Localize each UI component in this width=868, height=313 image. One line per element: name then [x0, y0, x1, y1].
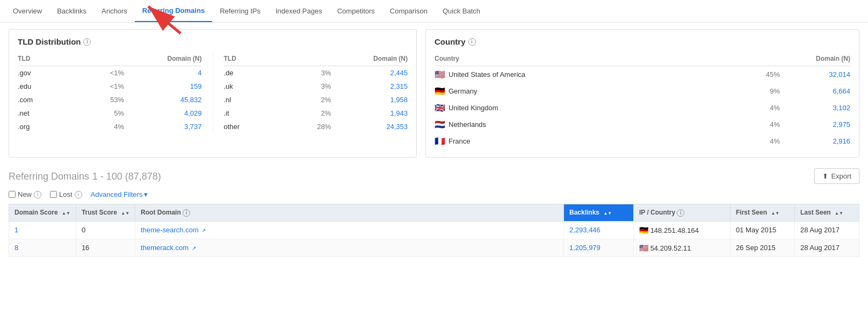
country-info-icon[interactable]: i [468, 38, 476, 46]
tld-pct: 5% [73, 106, 124, 120]
tld-pct: <1% [73, 66, 124, 80]
ip-info-icon[interactable]: i [677, 209, 684, 217]
tld-count[interactable]: 24,353 [331, 120, 408, 133]
tld-pct: 53% [73, 93, 124, 106]
tld-pct: 4% [73, 120, 124, 133]
root-domain-cell: themerack.com ↗ [135, 239, 564, 257]
tld-count[interactable]: 3,737 [124, 120, 201, 133]
export-button[interactable]: ⬆ Export [814, 168, 859, 184]
new-checkbox[interactable] [9, 191, 16, 198]
first-seen-sort[interactable]: ▲▼ [771, 211, 779, 216]
first-seen-cell: 01 May 2015 [730, 221, 795, 239]
referring-domains-table: Domain Score ▲▼ Trust Score ▲▼ Root Doma… [9, 204, 859, 257]
table-row: 8 16 themerack.com ↗ 1,205,979 🇺🇸 54.209… [9, 239, 859, 257]
tld-info-icon[interactable]: i [83, 38, 91, 46]
new-info-icon[interactable]: i [34, 191, 41, 198]
advanced-filters-button[interactable]: Advanced Filters ▾ [91, 190, 148, 198]
tld-distribution-card: TLD Distribution i TLD Domain (N) .gov [9, 29, 417, 158]
backlinks-cell: 2,293,446 [564, 221, 634, 239]
tld-name: .it [224, 106, 281, 120]
external-link-icon[interactable]: ↗ [201, 227, 206, 233]
tld-count[interactable]: 4,029 [124, 106, 201, 120]
tld-name: .net [18, 106, 73, 120]
country-row: 🇺🇸 United States of America 45% 32,014 [435, 66, 850, 83]
tld-count[interactable]: 159 [124, 80, 201, 93]
tld-left-row: .net 5% 4,029 [18, 106, 202, 120]
tld-right-row: .de 3% 2,445 [224, 66, 408, 80]
domain-col-header2: Domain (N) [281, 53, 408, 66]
tld-col-header: TLD [18, 53, 73, 66]
col-trust-score-header[interactable]: Trust Score ▲▼ [76, 204, 135, 222]
tld-count[interactable]: 1,943 [331, 106, 408, 120]
root-domain-info-icon[interactable]: i [183, 209, 190, 217]
col-backlinks-header[interactable]: Backlinks ▲▼ [564, 204, 634, 222]
tld-count[interactable]: 1,958 [331, 93, 408, 106]
country-flag: 🇳🇱 [435, 119, 445, 130]
lost-checkbox-label[interactable]: Lost i [50, 190, 82, 198]
lost-info-icon[interactable]: i [75, 191, 82, 198]
country-count[interactable]: 2,916 [780, 133, 850, 150]
country-count[interactable]: 32,014 [780, 66, 850, 83]
tld-right: TLD Domain (N) .de 3% 2,445 .uk 3% 2,315… [224, 53, 408, 133]
domain-score-sort[interactable]: ▲▼ [62, 211, 70, 216]
tld-count[interactable]: 4 [124, 66, 201, 80]
country-name: 🇬🇧 United Kingdom [435, 99, 734, 116]
country-count[interactable]: 3,102 [780, 99, 850, 116]
col-ip-header[interactable]: IP / Country i [634, 204, 730, 222]
tld-col-header2: TLD [224, 53, 281, 66]
tld-name: .de [224, 66, 281, 80]
col-first-seen-header[interactable]: First Seen ▲▼ [730, 204, 795, 222]
tld-name: .gov [18, 66, 73, 80]
country-flag: 🇺🇸 [435, 69, 445, 80]
trust-score-sort[interactable]: ▲▼ [121, 211, 129, 216]
top-navigation: Overview Backlinks Anchors Referring Dom… [0, 0, 868, 23]
country-count[interactable]: 6,664 [780, 83, 850, 99]
country-row: 🇳🇱 Netherlands 4% 2,975 [435, 116, 850, 133]
nav-referring-ips[interactable]: Referring IPs [212, 1, 268, 22]
chevron-down-icon: ▾ [144, 190, 148, 198]
tld-content: TLD Domain (N) .gov <1% 4 .edu <1% 159 .… [18, 53, 408, 133]
country-table: Country Domain (N) 🇺🇸 United States of A… [435, 53, 850, 150]
lost-checkbox[interactable] [50, 191, 57, 198]
country-row: 🇫🇷 France 4% 2,916 [435, 133, 850, 150]
country-count[interactable]: 2,975 [780, 116, 850, 133]
tld-count[interactable]: 2,315 [331, 80, 408, 93]
country-pct: 4% [734, 133, 780, 150]
tld-right-table: TLD Domain (N) .de 3% 2,445 .uk 3% 2,315… [224, 53, 408, 133]
nav-overview[interactable]: Overview [5, 1, 49, 22]
last-seen-cell: 28 Aug 2017 [795, 239, 859, 257]
root-domain-cell: theme-search.com ↗ [135, 221, 564, 239]
tld-count[interactable]: 2,445 [331, 66, 408, 80]
last-seen-sort[interactable]: ▲▼ [835, 211, 843, 216]
country-flag: 🇬🇧 [435, 103, 445, 113]
first-seen-cell: 26 Sep 2015 [730, 239, 795, 257]
col-last-seen-header[interactable]: Last Seen ▲▼ [795, 204, 859, 222]
ip-flag: 🇺🇸 [639, 244, 648, 252]
col-domain-score-header[interactable]: Domain Score ▲▼ [9, 204, 76, 222]
nav-competitors[interactable]: Competitors [330, 1, 382, 22]
nav-backlinks[interactable]: Backlinks [49, 1, 94, 22]
export-icon: ⬆ [822, 172, 828, 180]
tld-name: .uk [224, 80, 281, 93]
col-root-domain-header[interactable]: Root Domain i [135, 204, 564, 222]
section-header: Referring Domains 1 - 100 (87,878) ⬆ Exp… [9, 168, 859, 184]
country-row: 🇩🇪 Germany 9% 6,664 [435, 83, 850, 99]
nav-indexed-pages[interactable]: Indexed Pages [268, 1, 330, 22]
nav-quick-batch[interactable]: Quick Batch [435, 1, 488, 22]
country-row: 🇬🇧 United Kingdom 4% 3,102 [435, 99, 850, 116]
new-checkbox-label[interactable]: New i [9, 190, 41, 198]
ip-address: 54.209.52.11 [650, 244, 691, 252]
tld-pct: 2% [281, 93, 331, 106]
tld-name: .edu [18, 80, 73, 93]
tld-card-title: TLD Distribution i [18, 37, 408, 46]
nav-referring-domains[interactable]: Referring Domains [135, 0, 212, 22]
external-link-icon[interactable]: ↗ [192, 245, 196, 251]
tld-left-row: .com 53% 45,832 [18, 93, 202, 106]
nav-comparison[interactable]: Comparison [382, 1, 435, 22]
domain-col-header: Domain (N) [73, 53, 201, 66]
tld-left: TLD Domain (N) .gov <1% 4 .edu <1% 159 .… [18, 53, 213, 133]
backlinks-sort[interactable]: ▲▼ [603, 211, 612, 216]
tld-count[interactable]: 45,832 [124, 93, 201, 106]
filters-row: New i Lost i Advanced Filters ▾ [9, 190, 859, 198]
nav-anchors[interactable]: Anchors [94, 1, 135, 22]
